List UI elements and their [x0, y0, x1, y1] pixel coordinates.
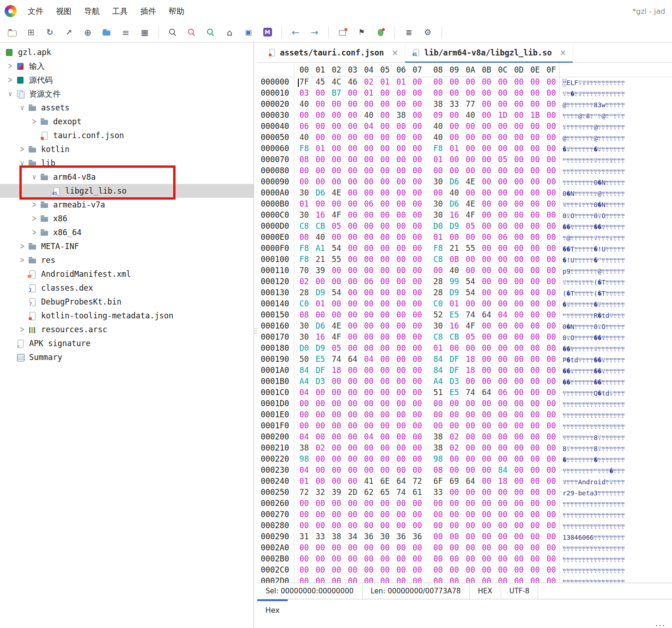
hex-byte[interactable]: 00 [409, 510, 425, 521]
hex-byte[interactable]: 00 [527, 565, 543, 576]
hex-byte[interactable]: 00 [462, 432, 478, 443]
hex-byte[interactable]: 00 [543, 399, 559, 410]
hex-byte[interactable]: 00 [328, 443, 345, 454]
hex-byte[interactable]: 00 [377, 343, 393, 354]
hex-byte[interactable]: 00 [511, 576, 527, 583]
hex-byte[interactable]: 00 [495, 277, 511, 288]
hex-byte[interactable]: 00 [393, 388, 409, 399]
hex-byte[interactable]: 00 [377, 122, 393, 133]
hex-byte[interactable]: 00 [409, 166, 425, 177]
hex-byte[interactable]: 00 [495, 499, 511, 510]
tree-item-resource-files[interactable]: ∨资源文件 [0, 87, 254, 101]
hex-byte[interactable]: 00 [393, 144, 409, 155]
hex-byte[interactable]: 18 [462, 366, 478, 377]
hex-byte[interactable]: 00 [511, 199, 527, 210]
hex-byte[interactable]: 52 [430, 310, 446, 321]
status-hex-mode[interactable]: HEX [470, 583, 501, 599]
hex-byte[interactable]: 00 [393, 288, 409, 299]
hex-byte[interactable]: 28 [296, 288, 312, 299]
hex-byte[interactable]: 00 [462, 77, 478, 88]
hex-byte[interactable]: 00 [393, 244, 409, 255]
hex-byte[interactable]: 04 [361, 122, 377, 133]
hex-text-column[interactable]: r29-beta3NULNULNULNULNULNULNUL [559, 488, 625, 499]
hex-byte[interactable]: D3 [312, 377, 328, 388]
hex-byte[interactable]: 00 [361, 266, 377, 277]
hex-byte[interactable]: 00 [377, 133, 393, 144]
hex-byte[interactable]: 61 [409, 488, 425, 499]
hex-byte[interactable]: 00 [393, 188, 409, 199]
hex-byte[interactable]: 40 [361, 110, 377, 122]
hex-byte[interactable]: 00 [462, 410, 478, 421]
hex-byte[interactable]: 00 [543, 266, 559, 277]
hex-byte[interactable]: CB [446, 332, 462, 343]
hex-byte[interactable]: 00 [527, 377, 543, 388]
hex-text-column[interactable]: 0SYNONULNULNULNULNUL��ENQNULNULNULNULNUL [559, 332, 625, 343]
hex-text-column[interactable]: @NULNULNULNULNULNULNUL83wNULNULNULNULNUL [559, 99, 625, 110]
hex-byte[interactable]: 00 [478, 543, 495, 554]
hex-byte[interactable]: 00 [409, 354, 425, 366]
hex-byte[interactable]: 4F [328, 210, 345, 221]
hex-byte[interactable]: 00 [527, 310, 543, 321]
hex-byte[interactable]: 00 [377, 443, 393, 454]
hex-byte[interactable]: 00 [393, 565, 409, 576]
hex-byte[interactable]: 40 [462, 110, 478, 122]
hex-byte[interactable]: 02 [446, 443, 462, 454]
hex-byte[interactable]: 00 [543, 332, 559, 343]
hex-byte[interactable]: 00 [328, 576, 345, 583]
hex-byte[interactable]: 00 [328, 199, 345, 210]
hex-byte[interactable]: 00 [511, 354, 527, 366]
hex-byte[interactable]: 00 [543, 88, 559, 99]
menu-navigation[interactable]: 导航 [84, 6, 100, 17]
hex-byte[interactable]: 00 [409, 144, 425, 155]
hex-byte[interactable]: 00 [478, 476, 495, 488]
hex-byte[interactable]: 84 [495, 465, 511, 476]
hex-byte[interactable]: 00 [361, 465, 377, 476]
hex-text-column[interactable]: NULNULNULNULNULNULNULNUL0�NNULNULNULNULN… [559, 177, 625, 188]
hex-text-column[interactable]: NULNULNULNULNULNULNULNULNULNULNULNULNULN… [559, 166, 625, 177]
hex-byte[interactable]: 00 [462, 510, 478, 521]
hex-byte[interactable]: 00 [377, 299, 393, 310]
hex-byte[interactable]: 00 [462, 421, 478, 432]
hex-byte[interactable]: 00 [345, 255, 361, 266]
hex-byte[interactable]: 4E [328, 321, 345, 332]
hex-byte[interactable]: 00 [511, 310, 527, 321]
hex-byte[interactable]: 00 [446, 488, 462, 499]
hex-text-column[interactable]: 13846066NULNULNULNULNULNULNULNUL [559, 532, 625, 543]
hex-byte[interactable]: 00 [543, 366, 559, 377]
hex-byte[interactable]: 00 [345, 155, 361, 166]
hex-byte[interactable]: 00 [361, 133, 377, 144]
hex-byte[interactable]: 00 [377, 499, 393, 510]
hex-byte[interactable]: 00 [495, 166, 511, 177]
hex-byte[interactable]: F8 [296, 255, 312, 266]
hex-byte[interactable]: 00 [345, 454, 361, 465]
forward-button[interactable] [308, 26, 321, 39]
hex-byte[interactable]: 00 [511, 421, 527, 432]
hex-byte[interactable]: 70 [296, 266, 312, 277]
hex-byte[interactable]: 00 [328, 421, 345, 432]
hex-byte[interactable]: 00 [393, 343, 409, 354]
hex-byte[interactable]: 00 [495, 576, 511, 583]
tree-item-debug-probes-bin[interactable]: DebugProbesKt.bin [0, 295, 254, 309]
hex-byte[interactable]: 00 [511, 510, 527, 521]
hex-byte[interactable]: 00 [446, 232, 462, 244]
hex-byte[interactable]: 00 [409, 99, 425, 110]
hex-byte[interactable]: 00 [543, 476, 559, 488]
hex-byte[interactable]: 00 [361, 399, 377, 410]
hex-byte[interactable]: 00 [393, 465, 409, 476]
hex-byte[interactable]: 00 [478, 266, 495, 277]
hex-byte[interactable]: 00 [543, 110, 559, 122]
open-project-button[interactable] [100, 26, 113, 39]
hex-byte[interactable]: 31 [296, 532, 312, 543]
hex-byte[interactable]: 00 [511, 488, 527, 499]
hex-byte[interactable]: 00 [511, 155, 527, 166]
hex-byte[interactable]: 74 [462, 310, 478, 321]
hex-byte[interactable]: 00 [393, 321, 409, 332]
hex-byte[interactable]: 00 [361, 144, 377, 155]
hex-byte[interactable]: 00 [527, 221, 543, 232]
hex-byte[interactable]: 00 [377, 199, 393, 210]
hex-byte[interactable]: 01 [446, 299, 462, 310]
hex-byte[interactable]: 00 [495, 454, 511, 465]
open-dialog-button[interactable] [242, 26, 255, 39]
hex-byte[interactable]: 00 [543, 354, 559, 366]
hex-byte[interactable]: 00 [393, 133, 409, 144]
